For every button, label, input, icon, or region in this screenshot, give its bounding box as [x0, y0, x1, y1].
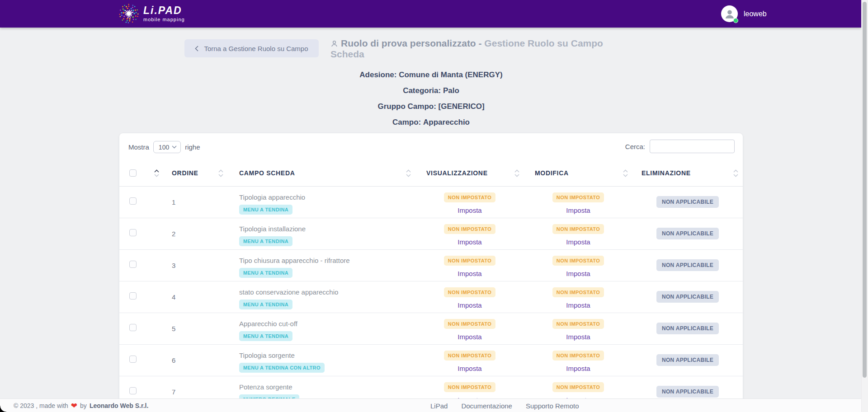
imposta-visualizzazione-link[interactable]: Imposta	[458, 365, 481, 372]
imposta-modifica-link[interactable]: Imposta	[566, 365, 590, 372]
header-campo-scheda[interactable]: CAMPO SCHEDA	[228, 160, 415, 186]
header-campo-scheda-label: CAMPO SCHEDA	[239, 169, 295, 177]
imposta-modifica-link[interactable]: Imposta	[566, 206, 590, 214]
sort-up-icon[interactable]	[218, 169, 223, 173]
modifica-status-badge: NON IMPOSTATO	[552, 287, 604, 297]
row-checkbox[interactable]	[129, 356, 137, 363]
campo-name: Tipologia sorgente	[239, 351, 415, 359]
context-info: Adesione: Comune di Manta (ENERGY) Categ…	[119, 70, 743, 134]
footer-link-documentazione[interactable]: Documentazione	[461, 402, 512, 410]
info-categoria-value: Palo	[443, 86, 459, 95]
search-input[interactable]	[650, 140, 735, 153]
sort-icons[interactable]	[514, 169, 519, 177]
campo-name: Tipologia installazione	[239, 225, 415, 233]
info-gruppo-campo-value: [GENERICO]	[439, 102, 485, 111]
header-visualizzazione-label: VISUALIZZAZIONE	[426, 169, 488, 177]
campo-name: Tipo chiusura apparecchio - rifrattore	[239, 257, 415, 264]
sort-down-icon[interactable]	[154, 174, 159, 177]
scrollbar-track[interactable]	[861, 0, 868, 412]
sort-up-icon[interactable]	[406, 169, 411, 173]
eliminazione-status-badge: NON APPLICABILE	[656, 386, 719, 398]
imposta-visualizzazione-link[interactable]: Imposta	[458, 301, 481, 309]
info-campo: Campo: Apparecchio	[119, 118, 743, 126]
field-type-badge: MENU A TENDINA	[239, 236, 292, 246]
sort-down-icon[interactable]	[218, 174, 223, 177]
company-name: Leonardo Web S.r.l.	[90, 402, 148, 409]
header-modifica[interactable]: MODIFICA	[524, 160, 632, 186]
sort-down-icon[interactable]	[733, 174, 738, 177]
info-adesione-value: Comune di Manta (ENERGY)	[399, 70, 503, 79]
app-logo[interactable]: Li.PAD mobile mapping	[118, 2, 185, 25]
row-checkbox[interactable]	[129, 387, 137, 394]
visualizzazione-status-badge: NON IMPOSTATO	[444, 256, 495, 266]
sort-up-icon[interactable]	[733, 169, 738, 173]
sort-up-icon[interactable]	[154, 169, 159, 173]
chevron-down-icon	[172, 145, 177, 149]
header-select-all[interactable]	[119, 160, 163, 186]
sort-down-icon[interactable]	[406, 174, 411, 177]
sort-icons[interactable]	[733, 169, 738, 177]
back-button[interactable]: Torna a Gestione Ruolo su Campo	[184, 39, 319, 57]
ordine-value: 2	[163, 218, 228, 249]
imposta-visualizzazione-link[interactable]: Imposta	[458, 270, 481, 277]
person-icon	[724, 8, 736, 20]
info-adesione: Adesione: Comune di Manta (ENERGY)	[119, 70, 743, 79]
imposta-visualizzazione-link[interactable]: Imposta	[458, 206, 481, 214]
header-visualizzazione[interactable]: VISUALIZZAZIONE	[415, 160, 524, 186]
logo-subtitle: mobile mapping	[143, 17, 185, 22]
imposta-visualizzazione-link[interactable]: Imposta	[458, 238, 481, 246]
scrollbar-thumb[interactable]	[863, 2, 867, 378]
window-corner	[0, 406, 6, 412]
user-menu[interactable]: leoweb	[721, 5, 767, 22]
page-title: Ruolo di prova personalizzato - Gestione…	[330, 38, 629, 60]
sort-down-icon[interactable]	[514, 174, 519, 177]
footer: © 2023 , made with ❤ by Leonardo Web S.r…	[0, 398, 868, 412]
sort-up-icon[interactable]	[514, 169, 519, 173]
modifica-status-badge: NON IMPOSTATO	[552, 256, 604, 266]
header-eliminazione[interactable]: ELIMINAZIONE	[632, 160, 743, 186]
campo-name: Apparecchio cut-off	[239, 320, 415, 328]
table-row: 2 Tipologia installazione MENU A TENDINA…	[119, 218, 743, 249]
row-checkbox[interactable]	[129, 292, 137, 300]
campo-name: stato conservazione apparecchio	[239, 288, 415, 296]
online-status-dot	[733, 18, 738, 23]
info-adesione-label: Adesione:	[359, 70, 396, 79]
sort-icons[interactable]	[623, 169, 628, 177]
avatar[interactable]	[721, 5, 738, 22]
info-gruppo-campo-label: Gruppo Campo:	[377, 102, 436, 111]
footer-link-lipad[interactable]: LiPad	[430, 402, 448, 410]
sort-up-icon[interactable]	[623, 169, 628, 173]
logo-text: Li.PAD mobile mapping	[143, 5, 185, 22]
sort-icons[interactable]	[218, 169, 223, 177]
logo-title: Li.PAD	[143, 5, 185, 16]
table-row: 6 Tipologia sorgente MENU A TENDINA CON …	[119, 344, 743, 376]
sort-icons[interactable]	[154, 169, 159, 177]
imposta-modifica-link[interactable]: Imposta	[566, 301, 590, 309]
sort-down-icon[interactable]	[623, 174, 628, 177]
header-ordine[interactable]: ORDINE	[163, 160, 228, 186]
imposta-modifica-link[interactable]: Imposta	[566, 238, 590, 246]
visualizzazione-status-badge: NON IMPOSTATO	[444, 351, 495, 360]
page-size-label-before: Mostra	[128, 143, 149, 151]
row-checkbox[interactable]	[129, 197, 137, 205]
ordine-value: 5	[163, 313, 228, 344]
visualizzazione-status-badge: NON IMPOSTATO	[444, 319, 495, 329]
table-card: Mostra 100 righe Cerca:	[119, 133, 743, 412]
imposta-modifica-link[interactable]: Imposta	[566, 333, 590, 341]
search-label: Cerca:	[625, 143, 645, 150]
table-header-row: ORDINE CAMPO SCHEDA	[119, 160, 743, 186]
row-checkbox[interactable]	[129, 324, 137, 331]
imposta-visualizzazione-link[interactable]: Imposta	[458, 333, 481, 341]
table-row: 1 Tipologia apparecchio MENU A TENDINA N…	[119, 186, 743, 218]
footer-link-supporto-remoto[interactable]: Supporto Remoto	[526, 402, 579, 410]
role-person-icon	[330, 40, 338, 47]
row-checkbox[interactable]	[129, 261, 137, 268]
select-all-checkbox[interactable]	[129, 169, 137, 177]
row-checkbox[interactable]	[129, 229, 137, 236]
field-type-badge: MENU A TENDINA	[239, 331, 292, 341]
page-size-select[interactable]: 100	[153, 141, 181, 153]
page-title-primary: Ruolo di prova personalizzato -	[341, 38, 482, 48]
imposta-modifica-link[interactable]: Imposta	[566, 270, 590, 277]
sort-icons[interactable]	[406, 169, 411, 177]
modifica-status-badge: NON IMPOSTATO	[552, 382, 604, 392]
